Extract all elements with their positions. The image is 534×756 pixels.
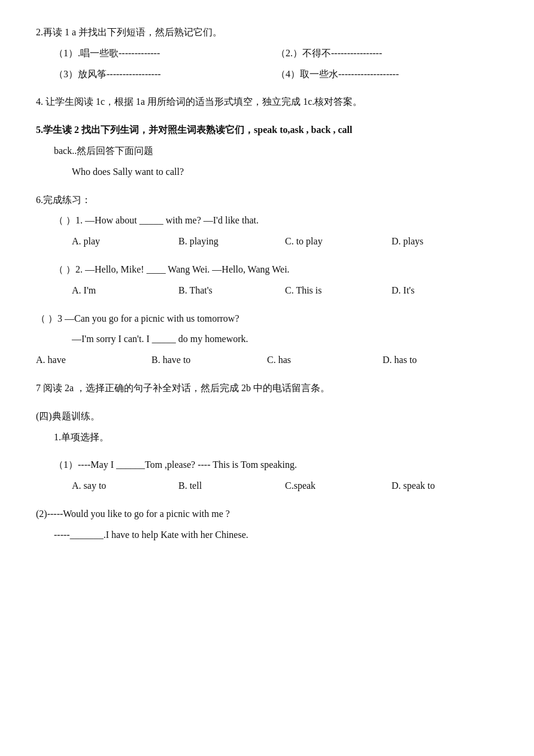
section-2-row2: （3）放风筝----------------- （4）取一些水---------… — [54, 66, 498, 83]
ex2-opt-d: D. It's — [392, 282, 498, 300]
section-2: 2.再读 1 a 并找出下列短语，然后熟记它们。 （1）.唱一些歌-------… — [36, 24, 498, 83]
ex3-opt-d: D. has to — [383, 352, 498, 369]
section-6: 6.完成练习： （ ）1. —How about _____ with me? … — [36, 192, 498, 369]
p1-opt-b: B. tell — [178, 477, 285, 495]
ex1-opt-d: D. plays — [392, 233, 498, 250]
phrase-1: （1）.唱一些歌------------- — [54, 45, 276, 62]
p1-options: A. say to B. tell C.speak D. speak to — [72, 477, 498, 495]
section-four: (四)典题训练。 1.单项选择。 — [36, 408, 498, 446]
exercise-2: （ ）2. —Hello, Mike! ____ Wang Wei. —Hell… — [36, 261, 498, 300]
ex1-opt-a: A. play — [72, 233, 178, 250]
p2-sub: -----_______.I have to help Kate with he… — [54, 527, 498, 544]
ex3-question-main: （ ）3 —Can you go for a picnic with us to… — [36, 310, 498, 328]
p1-opt-c: C.speak — [285, 477, 392, 495]
section-4-text: 4. 让学生阅读 1c，根据 1a 用所给词的适当形式填空，独立完成 1c.核对… — [36, 93, 498, 111]
phrase-4: （4）取一些水------------------- — [276, 66, 498, 83]
phrase-3: （3）放风筝----------------- — [54, 66, 276, 83]
section-7-text: 7 阅读 2a ，选择正确的句子补全对话，然后完成 2b 中的电话留言条。 — [36, 380, 498, 397]
ex2-opt-a: A. I'm — [72, 282, 178, 300]
section-2-row1: （1）.唱一些歌------------- （2.）不得不-----------… — [54, 45, 498, 62]
practice-2: (2)-----Would you like to go for a picni… — [36, 506, 498, 544]
ex3-opt-c: C. has — [267, 352, 383, 369]
ex3-options: A. have B. have to C. has D. has to — [36, 352, 498, 369]
section-5: 5.学生读 2 找出下列生词，并对照生词表熟读它们，speak to,ask ,… — [36, 122, 498, 180]
ex1-opt-c: C. to play — [285, 233, 392, 250]
ex2-question: （ ）2. —Hello, Mike! ____ Wang Wei. —Hell… — [54, 261, 498, 279]
p1-opt-a: A. say to — [72, 477, 178, 495]
section-2-title: 2.再读 1 a 并找出下列短语，然后熟记它们。 — [36, 24, 498, 41]
section-5-question: Who does Sally want to call? — [72, 164, 498, 181]
section-4: 4. 让学生阅读 1c，根据 1a 用所给词的适当形式填空，独立完成 1c.核对… — [36, 93, 498, 111]
ex2-opt-b: B. That's — [178, 282, 285, 300]
exercise-1: （ ）1. —How about _____ with me? —I'd lik… — [36, 212, 498, 250]
p1-question: （1）----May I ______Tom ,please? ---- Thi… — [54, 456, 498, 474]
p1-opt-d: D. speak to — [392, 477, 498, 495]
practice-section: （1）----May I ______Tom ,please? ---- Thi… — [36, 456, 498, 543]
phrase-2: （2.）不得不---------------- — [276, 45, 498, 62]
section-6-title: 6.完成练习： — [36, 192, 498, 209]
practice-1: （1）----May I ______Tom ,please? ---- Thi… — [36, 456, 498, 495]
ex3-opt-a: A. have — [36, 352, 151, 369]
ex1-opt-b: B. playing — [178, 233, 285, 250]
ex1-options: A. play B. playing C. to play D. plays — [72, 233, 498, 250]
ex2-opt-c: C. This is — [285, 282, 392, 300]
section-5-line1: 5.学生读 2 找出下列生词，并对照生词表熟读它们，speak to,ask ,… — [36, 122, 498, 139]
single-choice-title: 1.单项选择。 — [54, 429, 498, 446]
ex1-question: （ ）1. —How about _____ with me? —I'd lik… — [54, 212, 498, 229]
section-7: 7 阅读 2a ，选择正确的句子补全对话，然后完成 2b 中的电话留言条。 — [36, 380, 498, 397]
page-content: 2.再读 1 a 并找出下列短语，然后熟记它们。 （1）.唱一些歌-------… — [36, 24, 498, 544]
ex3-question-sub: —I'm sorry I can't. I _____ do my homewo… — [72, 331, 498, 348]
exercise-3: （ ）3 —Can you go for a picnic with us to… — [36, 310, 498, 369]
ex2-options: A. I'm B. That's C. This is D. It's — [72, 282, 498, 300]
ex3-opt-b: B. have to — [151, 352, 267, 369]
p2-question: (2)-----Would you like to go for a picni… — [36, 506, 498, 523]
section-5-line2: back..然后回答下面问题 — [54, 143, 498, 160]
section-four-title: (四)典题训练。 — [36, 408, 498, 425]
